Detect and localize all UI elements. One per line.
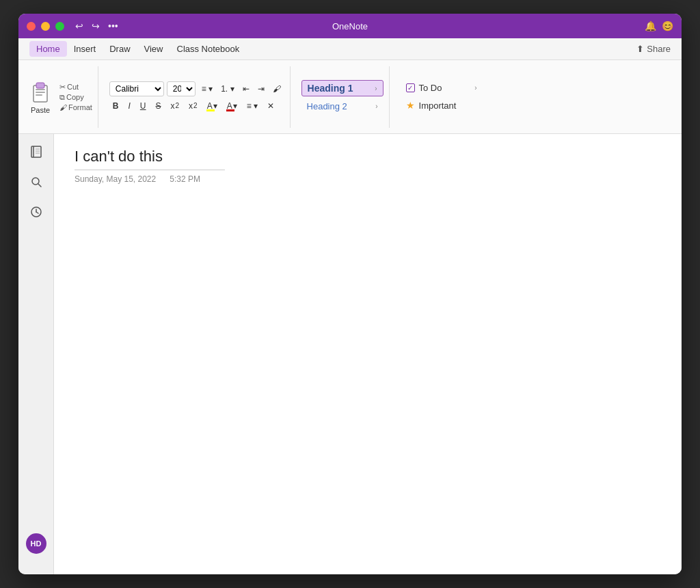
heading2-chevron: › bbox=[375, 103, 377, 110]
important-label: Important bbox=[419, 101, 457, 111]
menu-insert[interactable]: Insert bbox=[67, 41, 103, 57]
copy-icon: ⧉ bbox=[59, 93, 65, 102]
svg-rect-3 bbox=[36, 92, 45, 93]
note-date: Sunday, May 15, 2022 bbox=[75, 174, 156, 184]
bullet-list-button[interactable]: ≡ ▾ bbox=[198, 82, 216, 96]
numbered-list-button[interactable]: 1. ▾ bbox=[217, 82, 237, 96]
ribbon: Paste ✂ Cut ⧉ Copy 🖌 Format bbox=[18, 60, 682, 134]
clear-formatting-button[interactable]: ✕ bbox=[264, 99, 278, 113]
format-painter-button[interactable]: 🖌 bbox=[269, 82, 284, 96]
notification-icon[interactable]: 🔔 bbox=[645, 21, 656, 31]
font-row2: B I U S x2 x2 A ▾ A ▾ ≡ ▾ ✕ bbox=[109, 99, 284, 113]
superscript-button[interactable]: x2 bbox=[185, 99, 201, 113]
italic-button[interactable]: I bbox=[125, 99, 134, 113]
font-name-select[interactable]: Calibri bbox=[109, 81, 164, 96]
close-button[interactable] bbox=[27, 22, 36, 31]
paste-icon bbox=[29, 80, 51, 105]
svg-rect-2 bbox=[36, 89, 45, 90]
cut-button[interactable]: ✂ Cut bbox=[59, 83, 92, 92]
sidebar-bottom: HD bbox=[26, 533, 46, 561]
align-button[interactable]: ≡ ▾ bbox=[243, 99, 261, 113]
more-button[interactable]: ••• bbox=[105, 19, 121, 33]
heading2-label: Heading 2 bbox=[307, 101, 347, 111]
share-button[interactable]: ⬆ Share bbox=[636, 44, 671, 54]
heading1-label: Heading 1 bbox=[308, 83, 353, 94]
subscript-button[interactable]: x2 bbox=[167, 99, 183, 113]
title-bar: ↩ ↪ ••• OneNote 🔔 😊 bbox=[18, 14, 682, 38]
important-tag-button[interactable]: ★ Important bbox=[401, 98, 483, 113]
heading1-chevron: › bbox=[375, 85, 377, 92]
underline-button[interactable]: U bbox=[137, 99, 150, 113]
font-color-bar bbox=[226, 109, 234, 111]
svg-line-14 bbox=[36, 212, 38, 213]
paste-label: Paste bbox=[31, 106, 50, 114]
minimize-button[interactable] bbox=[41, 22, 50, 31]
undo-button[interactable]: ↩ bbox=[72, 19, 86, 33]
emoji-icon[interactable]: 😊 bbox=[662, 21, 673, 31]
note-title[interactable]: I can't do this bbox=[75, 148, 225, 170]
tags-section: To Do › ★ Important bbox=[395, 66, 488, 128]
cut-icon: ✂ bbox=[59, 83, 66, 92]
heading1-style-button[interactable]: Heading 1 › bbox=[301, 80, 383, 96]
main-area: HD I can't do this Sunday, May 15, 2022 … bbox=[18, 134, 682, 574]
undo-redo-group: ↩ ↪ ••• bbox=[72, 19, 121, 33]
note-time: 5:32 PM bbox=[170, 174, 200, 184]
sidebar-recent-icon[interactable] bbox=[27, 202, 46, 222]
clipboard-sub: ✂ Cut ⧉ Copy 🖌 Format bbox=[59, 83, 92, 111]
important-star-icon: ★ bbox=[406, 100, 415, 111]
format-button[interactable]: 🖌 Format bbox=[59, 103, 92, 111]
menu-bar: Home Insert Draw View Class Notebook ⬆ S… bbox=[18, 38, 682, 60]
content-area: I can't do this Sunday, May 15, 2022 5:3… bbox=[54, 134, 682, 574]
sidebar-search-icon[interactable] bbox=[27, 172, 46, 191]
font-row1: Calibri 20 ≡ ▾ 1. ▾ ⇤ ⇥ 🖌 bbox=[109, 81, 284, 96]
font-size-select[interactable]: 20 bbox=[167, 81, 196, 96]
svg-line-11 bbox=[38, 184, 41, 187]
svg-rect-4 bbox=[36, 94, 42, 96]
list-buttons: ≡ ▾ 1. ▾ ⇤ ⇥ 🖌 bbox=[198, 82, 284, 96]
menu-home[interactable]: Home bbox=[29, 41, 67, 57]
format-icon: 🖌 bbox=[59, 103, 67, 111]
menu-class-notebook[interactable]: Class Notebook bbox=[170, 41, 247, 57]
user-avatar[interactable]: HD bbox=[26, 533, 46, 554]
strikethrough-button[interactable]: S bbox=[152, 99, 165, 113]
menu-draw[interactable]: Draw bbox=[103, 41, 137, 57]
indent-inc-button[interactable]: ⇥ bbox=[254, 82, 268, 96]
bold-button[interactable]: B bbox=[109, 99, 122, 113]
sidebar-notebooks-icon[interactable] bbox=[27, 142, 46, 161]
heading2-style-button[interactable]: Heading 2 › bbox=[301, 99, 383, 113]
indent-dec-button[interactable]: ⇤ bbox=[239, 82, 253, 96]
svg-rect-1 bbox=[36, 83, 44, 88]
menu-right: ⬆ Share bbox=[636, 44, 671, 54]
highlight-color-bar bbox=[206, 109, 215, 111]
menu-view[interactable]: View bbox=[137, 41, 170, 57]
svg-rect-5 bbox=[31, 146, 41, 157]
note-meta: Sunday, May 15, 2022 5:32 PM bbox=[75, 174, 661, 184]
todo-chevron: › bbox=[474, 84, 476, 92]
font-section: Calibri 20 ≡ ▾ 1. ▾ ⇤ ⇥ 🖌 B I U S x2 bbox=[104, 66, 291, 128]
todo-checkbox-icon bbox=[406, 83, 415, 92]
maximize-button[interactable] bbox=[55, 22, 64, 31]
share-label: Share bbox=[647, 44, 671, 54]
paste-button[interactable]: Paste bbox=[29, 80, 51, 114]
sidebar: HD bbox=[18, 134, 54, 574]
app-window: ↩ ↪ ••• OneNote 🔔 😊 Home Insert Draw Vie… bbox=[18, 14, 682, 574]
copy-button[interactable]: ⧉ Copy bbox=[59, 93, 92, 102]
todo-label: To Do bbox=[419, 83, 442, 93]
styles-section: Heading 1 › Heading 2 › bbox=[296, 66, 390, 128]
window-controls bbox=[27, 22, 64, 31]
redo-button[interactable]: ↪ bbox=[89, 19, 103, 33]
app-title: OneNote bbox=[332, 21, 368, 31]
highlight-button[interactable]: A ▾ bbox=[204, 99, 221, 113]
title-bar-right: 🔔 😊 bbox=[645, 21, 673, 31]
todo-tag-button[interactable]: To Do › bbox=[401, 81, 483, 95]
share-icon: ⬆ bbox=[636, 44, 644, 54]
font-color-button[interactable]: A ▾ bbox=[224, 99, 241, 113]
